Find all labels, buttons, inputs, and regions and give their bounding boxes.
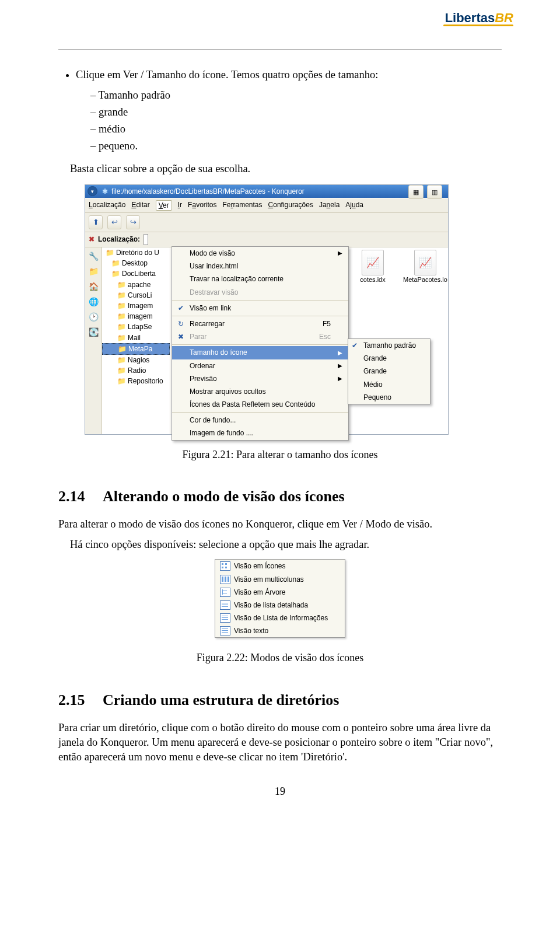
location-input[interactable] (144, 234, 148, 245)
view-mode-item[interactable]: Visão texto (215, 624, 345, 637)
menu-item[interactable]: Ordenar▶ (172, 359, 348, 372)
tree-item[interactable]: 📁CursoLi (102, 290, 170, 301)
menu-item[interactable]: Travar na localização corrente (172, 273, 348, 285)
tree-item[interactable]: 📁Repositorio (102, 376, 170, 386)
tree-item[interactable]: 📁apache (102, 280, 170, 290)
menu-ferramentas[interactable]: Ferramentas (222, 200, 262, 211)
tree-label: DocLiberta (122, 269, 156, 278)
menu-editar[interactable]: Editar (131, 200, 149, 211)
view-mode-item[interactable]: Visão em multicolunas (215, 573, 345, 586)
tree-label: LdapSe (128, 322, 152, 331)
figure-caption-1: Figura 2.21: Para alterar o tamanho dos … (58, 448, 502, 462)
tree-label: Imagem (128, 301, 153, 310)
back-button[interactable]: ⬆ (89, 215, 103, 229)
opt-4: pequeno. (90, 139, 502, 153)
folder-icon: 📁 (117, 322, 126, 331)
menu-item[interactable]: ✔Visão em link (172, 302, 348, 315)
menubar[interactable]: Localização Editar Ver Ir Favoritos Ferr… (85, 198, 448, 213)
p-214a: Para alterar o modo de visão dos ícones … (58, 517, 502, 532)
tree-item[interactable]: 📁Desktop (102, 258, 170, 268)
view-mode-icon (220, 575, 230, 584)
figure-caption-2: Figura 2.22: Modos de visão dos ícones (58, 651, 502, 665)
submenu-item[interactable]: Grande (348, 352, 430, 365)
window-titlebar[interactable]: ▾ ✱ file:/home/xalaskero/DocLibertasBR/M… (85, 185, 448, 198)
file-item[interactable]: 📈 cotes.idx (352, 250, 393, 284)
menu-label: Tamanho do ícone (190, 348, 247, 357)
submenu-arrow-icon: ▶ (338, 362, 342, 370)
menu-ir[interactable]: Ir (178, 200, 182, 211)
opt-1: Tamanho padrão (90, 88, 502, 103)
view-icons-button[interactable]: ▦ (408, 185, 424, 199)
fwd-button[interactable]: ↩ (107, 215, 121, 229)
tree-item[interactable]: 📁MetaPa (102, 343, 170, 355)
menu-localizacao[interactable]: Localização (89, 200, 125, 211)
check-icon: ✔ (352, 341, 358, 350)
menu-item[interactable]: Cor de fundo... (172, 414, 348, 427)
folder-tree[interactable]: 📁Diretório do U📁Desktop📁DocLiberta📁apach… (102, 247, 170, 434)
ver-dropdown[interactable]: Modo de visão▶Usar index.htmlTravar na l… (172, 246, 349, 441)
submenu-label: Médio (363, 380, 383, 389)
view-mode-item[interactable]: Visão de lista detalhada (215, 599, 345, 612)
menu-ajuda[interactable]: Ajuda (345, 200, 363, 211)
view-mode-label: Visão de Lista de Informações (234, 613, 328, 623)
view-mode-item[interactable]: Visão em Ícones (215, 560, 345, 572)
view-mode-label: Visão em multicolunas (234, 575, 304, 584)
menu-item[interactable]: Previsão▶ (172, 372, 348, 385)
page-number: 19 (58, 784, 502, 798)
folder-icon: 📁 (117, 366, 126, 375)
submenu-arrow-icon: ▶ (338, 249, 342, 257)
menu-item[interactable]: Modo de visão▶ (172, 247, 348, 260)
menu-favoritos[interactable]: Favoritos (188, 200, 216, 211)
menu-item[interactable]: Tamanho do ícone▶ (172, 346, 348, 359)
submenu-item[interactable]: Grande (348, 365, 430, 378)
view-mode-icon (220, 588, 230, 597)
file-item[interactable]: 📈 MetaPacotes.lo (405, 250, 446, 284)
submenu-item[interactable]: ✔Tamanho padrão (348, 339, 430, 352)
check-icon: ✔ (177, 303, 185, 313)
side-wrench-icon[interactable]: 🔧 (88, 251, 99, 261)
up-button[interactable]: ↪ (126, 215, 140, 229)
view-mode-label: Visão em Árvore (234, 588, 285, 597)
tree-item[interactable]: 📁DocLiberta (102, 268, 170, 279)
menu-configuracoes[interactable]: Configurações (268, 200, 313, 211)
submenu-item[interactable]: Pequeno (348, 391, 430, 404)
bullet-main: Clique em Ver / Tamanho do ícone. Temos … (76, 68, 502, 82)
menu-item[interactable]: ↻RecarregarF5 (172, 317, 348, 330)
tree-item[interactable]: 📁Mail (102, 333, 170, 343)
tree-item[interactable]: 📁Imagem (102, 301, 170, 311)
window-menu-icon[interactable]: ▾ (88, 186, 97, 196)
view-mode-item[interactable]: Visão em Árvore (215, 586, 345, 599)
side-panel: 🔧 📁 🏠 🌐 🕑 💽 (85, 247, 102, 434)
menu-separator (172, 300, 348, 301)
view-mode-item[interactable]: Visão de Lista de Informações (215, 612, 345, 624)
menu-janela[interactable]: Janela (319, 200, 340, 211)
side-disk-icon[interactable]: 💽 (88, 327, 99, 337)
menu-item[interactable]: Usar index.html (172, 260, 348, 273)
submenu-arrow-icon: ▶ (338, 375, 342, 383)
menu-item[interactable]: Ícones da Pasta Refletem seu Conteúdo (172, 398, 348, 411)
section-heading-215: 2.15 Criando uma estrutura de diretórios (58, 690, 502, 710)
icon-size-submenu[interactable]: ✔Tamanho padrãoGrandeGrandeMédioPequeno (348, 338, 430, 404)
tree-item[interactable]: 📁LdapSe (102, 322, 170, 332)
check-icon: ↻ (177, 319, 185, 329)
menu-item[interactable]: Imagem de fundo .... (172, 427, 348, 439)
side-history-icon[interactable]: 🕑 (88, 312, 99, 322)
view-mode-icon (220, 600, 230, 610)
submenu-item[interactable]: Médio (348, 378, 430, 391)
side-globe-icon[interactable]: 🌐 (88, 296, 99, 307)
menu-separator (172, 412, 348, 413)
menu-ver[interactable]: Ver (156, 200, 172, 211)
tree-item[interactable]: 📁Diretório do U (102, 247, 170, 258)
tree-item[interactable]: 📁imagem (102, 311, 170, 322)
clear-location-icon[interactable]: ✖ (89, 235, 94, 244)
menu-label: Cor de fundo... (190, 415, 236, 425)
side-home-icon[interactable]: 🏠 (88, 281, 99, 292)
view-cols-button[interactable]: ▥ (427, 185, 442, 199)
tree-item[interactable]: 📁Nagios (102, 355, 170, 365)
tree-label: Repositorio (128, 376, 163, 386)
tree-item[interactable]: 📁Radio (102, 365, 170, 376)
folder-icon: 📁 (117, 355, 126, 365)
side-folder-icon[interactable]: 📁 (88, 266, 99, 277)
menu-item[interactable]: Mostrar arquivos ocultos (172, 385, 348, 398)
folder-icon: 📁 (117, 312, 126, 321)
